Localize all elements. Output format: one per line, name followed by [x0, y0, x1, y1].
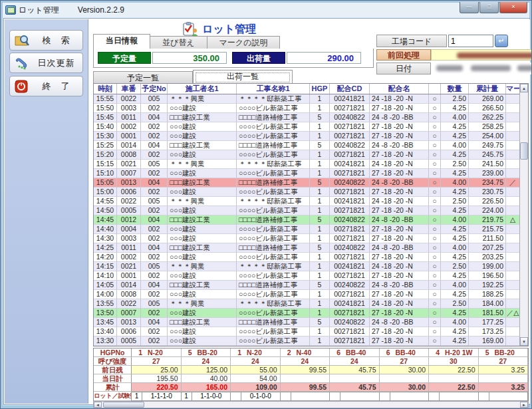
table-row[interactable]: 13:450013004□□□建設工業□□□□道路補修工事50024082224…: [94, 318, 520, 327]
cell-total: 196.50: [469, 271, 506, 281]
table-row[interactable]: 13:500007002○○○建設○○○○ビル新築工事10027182127 -…: [94, 309, 520, 318]
cell-mix: 24 -18 -20 -N: [370, 262, 429, 271]
cell-mix: 24 -8 -20 -BB: [370, 215, 429, 225]
cell-qty: 4.00: [441, 318, 469, 327]
lot-count-cell: [479, 392, 489, 401]
table-row[interactable]: 15:500003002○○○建設○○○○ビル新築工事10027182127 -…: [94, 104, 520, 113]
cell-cd: 00271821: [330, 290, 370, 299]
table-row[interactable]: 14:150021005＊＊＊興業＊＊＊＊邸新築工事10024182124 -1…: [94, 262, 520, 271]
cell-circle: ○: [429, 327, 441, 337]
cell-mix: 27 -18 -20 -N: [370, 225, 429, 234]
cell-contractor: ○○○建設: [168, 104, 237, 113]
minimize-button[interactable]: —: [460, 2, 479, 13]
cell-qty: 4.25: [441, 169, 469, 178]
date-button[interactable]: 日付: [376, 63, 431, 74]
daily-update-button[interactable]: 日次更新: [9, 53, 83, 73]
cell-car: 0001: [117, 271, 141, 281]
summary-cell: 109.00: [231, 383, 281, 392]
summary-cell: 2N-40: [281, 348, 331, 357]
horizontal-scrollbar[interactable]: ◄ ►: [93, 401, 529, 408]
cell-total: 211.50: [469, 234, 506, 243]
summary-cell: [330, 374, 380, 383]
tab-mark-legend[interactable]: マークの説明: [207, 36, 281, 49]
table-row[interactable]: 14:450012004□□□建設工業□□□□道路補修工事50024082224…: [94, 215, 520, 225]
exit-button[interactable]: 終 了: [9, 76, 83, 96]
scroll-down-arrow[interactable]: ▼: [520, 337, 528, 346]
tab-today-info[interactable]: 当日情報: [93, 34, 150, 49]
cell-hgp: 1: [310, 132, 330, 141]
cell-total: 207.25: [469, 243, 506, 253]
table-row[interactable]: 15:400002002○○○建設○○○○ビル新築工事10027182127 -…: [94, 122, 520, 132]
title-bar: ロット管理 Version.2.2.9 — □ ×: [3, 3, 529, 17]
table-row[interactable]: 15:000006002○○○建設○○○○ビル新築工事10027182127 -…: [94, 188, 520, 197]
cell-project: ○○○○ビル新築工事: [237, 234, 310, 243]
search-button[interactable]: 検 索: [9, 30, 83, 51]
scroll-up-arrow[interactable]: ▲: [520, 84, 528, 92]
horizontal-scrollbar-thumb[interactable]: [103, 402, 144, 408]
table-row[interactable]: 15:450011004□□□建設工業□□□□道路補修工事50024082224…: [94, 113, 520, 122]
tab-sort[interactable]: 並び替え: [150, 36, 207, 49]
factory-code-button[interactable]: 工場コード: [376, 35, 447, 47]
table-row[interactable]: 14:100001002○○○建設○○○○ビル新築工事10027182127 -…: [94, 271, 520, 281]
table-row[interactable]: 15:300001002○○○建設○○○○ビル新築工事10027182127 -…: [94, 132, 520, 141]
vertical-scrollbar[interactable]: ▲ ▼: [519, 84, 528, 346]
cell-circle: ○: [429, 188, 441, 197]
summary-cell: 195.50: [132, 374, 182, 383]
cell-car: 0011: [117, 113, 141, 122]
table-row[interactable]: 14:550022005＊＊＊興業＊＊＊＊邸新築工事10024182124 -1…: [94, 197, 520, 206]
column-header: 施工者名1: [168, 84, 237, 94]
factory-code-submit-button[interactable]: ↵: [495, 35, 508, 47]
table-row[interactable]: 15:250014004□□□建設工業□□□□道路補修工事50024082224…: [94, 141, 520, 150]
table-row[interactable]: 14:000008002○○○建設○○○○ビル新築工事10027182127 -…: [94, 290, 520, 299]
table-row[interactable]: 15:100007002○○○建設○○○○ビル新築工事10027182127 -…: [94, 169, 520, 178]
cell-qty: 4.25: [441, 309, 469, 318]
power-icon: [14, 80, 30, 93]
cell-project: □□□□道路補修工事: [237, 318, 310, 327]
cell-mark: [506, 132, 520, 141]
cell-car: 0006: [117, 327, 141, 337]
cell-mark: [506, 225, 520, 234]
cell-qty: 4.00: [441, 178, 469, 188]
summary-cell: 27: [380, 357, 430, 366]
cell-total: 169.00: [469, 337, 506, 346]
summary-cell: 24: [330, 357, 380, 366]
cell-qty: 2.50: [441, 94, 469, 104]
table-row[interactable]: 15:550022005＊＊＊興業＊＊＊＊邸新築工事10024182124 -1…: [94, 94, 520, 104]
cell-circle: ○: [429, 94, 441, 104]
tab-plan-list[interactable]: 予定一覧: [93, 71, 193, 84]
cell-time: 14:30: [94, 234, 117, 243]
cell-qty: 4.25: [441, 234, 469, 243]
cell-total: 199.00: [469, 262, 506, 271]
table-row[interactable]: 14:200002002○○○建設○○○○ビル新築工事10027182127 -…: [94, 253, 520, 262]
table-row[interactable]: 14:250011004□□□建設工業□□□□道路補修工事50024082224…: [94, 243, 520, 253]
table-row[interactable]: 15:150021005＊＊＊興業＊＊＊＊邸新築工事10024182124 -1…: [94, 160, 520, 169]
cell-mark: [506, 253, 520, 262]
table-row[interactable]: 15:200008002○○○建設○○○○ビル新築工事10027182127 -…: [94, 150, 520, 160]
cell-hgp: 1: [310, 225, 330, 234]
cell-car: 0012: [117, 215, 141, 225]
vertical-scrollbar-thumb[interactable]: [520, 142, 528, 160]
cell-mark: [506, 271, 520, 281]
table-row[interactable]: 14:050014004□□□建設工業□□□□道路補修工事50024082224…: [94, 281, 520, 290]
cell-total: 254.00: [469, 132, 506, 141]
table-row[interactable]: 14:300003002○○○建設○○○○ビル新築工事10027182127 -…: [94, 234, 520, 243]
summary-cell: 165.00: [182, 383, 231, 392]
table-row[interactable]: 13:550022005＊＊＊興業＊＊＊＊邸新築工事10024182124 -1…: [94, 299, 520, 309]
cell-car: 0008: [117, 150, 141, 160]
table-row[interactable]: 13:300005002○○○建設○○○○ビル新築工事10027182127 -…: [94, 337, 520, 346]
cell-car: 0008: [117, 290, 141, 299]
cell-hgp: 1: [310, 188, 330, 197]
table-row[interactable]: 14:400004002○○○建設○○○○ビル新築工事10027182127 -…: [94, 225, 520, 234]
maximize-button[interactable]: □: [479, 2, 499, 13]
cell-cd: 00240822: [330, 243, 370, 253]
table-row[interactable]: 14:500005002○○○建設○○○○ビル新築工事10027182127 -…: [94, 206, 520, 215]
table-row[interactable]: 15:050013004□□□建設工業□□□□道路補修工事50024082224…: [94, 178, 520, 188]
column-header: 累計量: [469, 84, 506, 94]
tab-shipment-list[interactable]: 出荷一覧: [193, 70, 293, 84]
factory-code-input[interactable]: [448, 35, 493, 47]
cell-circle: ○: [429, 253, 441, 262]
cell-plan: 002: [141, 150, 168, 160]
close-button[interactable]: ×: [499, 2, 527, 13]
table-row[interactable]: 13:400006002○○○建設○○○○ビル新築工事10027182127 -…: [94, 327, 520, 337]
cell-total: 224.00: [469, 206, 506, 215]
